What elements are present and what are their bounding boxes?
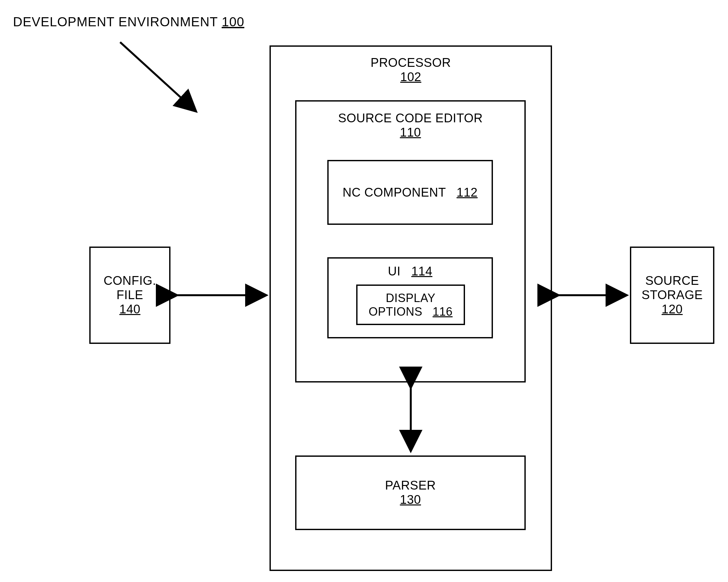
diagram-canvas: DEVELOPMENT ENVIRONMENT 100 CONFIG. FILE… (0, 0, 728, 582)
connector-editor-parser (0, 0, 728, 582)
